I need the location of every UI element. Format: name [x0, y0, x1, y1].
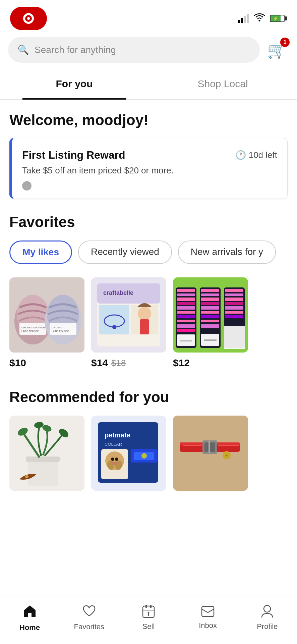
svg-rect-96: [150, 605, 152, 608]
svg-rect-95: [145, 605, 147, 608]
svg-rect-62: [28, 459, 58, 486]
wifi-icon: [254, 13, 265, 24]
svg-point-82: [141, 453, 147, 459]
svg-rect-99: [202, 606, 214, 616]
chip-recently-viewed[interactable]: Recently viewed: [78, 240, 172, 264]
nav-inbox[interactable]: Inbox: [188, 605, 228, 630]
recommended-title: Recommended for you: [9, 389, 288, 406]
recommended-product-row: petmate COLLAR: [9, 416, 288, 497]
svg-point-78: [115, 458, 118, 461]
svg-text:CHUNKY GRANDE: CHUNKY GRANDE: [21, 326, 45, 329]
tab-for-you[interactable]: For you: [0, 69, 148, 99]
product-card-1[interactable]: CHUNKY GRANDE LAINE ÉPAISSE CHUNKY LAINE…: [9, 277, 84, 369]
cart-button[interactable]: 🛒 1: [264, 38, 289, 62]
tabs: For you Shop Local: [0, 69, 297, 100]
nav-favorites[interactable]: Favorites: [69, 604, 109, 631]
rec-product-image-1: [9, 416, 84, 491]
home-icon: [23, 603, 37, 621]
svg-rect-29: [177, 293, 195, 296]
svg-point-4: [259, 20, 260, 21]
search-bar[interactable]: 🔍 Search for anything: [8, 37, 260, 63]
svg-rect-44: [201, 302, 219, 305]
svg-rect-38: [177, 334, 195, 346]
chip-new-arrivals[interactable]: New arrivals for y: [178, 240, 276, 264]
svg-rect-35: [177, 320, 195, 322]
app-logo: [10, 7, 47, 30]
svg-text:petmate: petmate: [105, 431, 130, 439]
target-bullseye-icon: [21, 11, 36, 26]
reward-timer: 🕐 10d left: [235, 150, 277, 160]
product-price-1: $10: [9, 357, 84, 369]
svg-rect-57: [225, 306, 243, 310]
rec-product-card-3[interactable]: ★: [173, 416, 248, 495]
svg-rect-43: [201, 298, 219, 301]
nav-home[interactable]: Home: [10, 603, 50, 632]
svg-rect-53: [225, 289, 243, 292]
svg-rect-31: [177, 302, 195, 305]
product-orig-price-2: $18: [111, 358, 126, 368]
rec-product-image-2: petmate COLLAR: [91, 416, 166, 491]
svg-text:craftabelle: craftabelle: [103, 289, 133, 296]
svg-rect-46: [201, 311, 219, 314]
product-image-3: [173, 277, 248, 353]
svg-rect-25: [140, 319, 149, 334]
nav-inbox-label: Inbox: [199, 621, 217, 630]
svg-rect-51: [204, 339, 217, 341]
svg-text:★: ★: [225, 454, 228, 458]
nav-home-label: Home: [19, 623, 40, 632]
svg-point-77: [111, 458, 114, 461]
status-bar: ⚡: [0, 0, 297, 34]
svg-rect-49: [201, 324, 219, 328]
product-image-2: craftabelle: [91, 277, 166, 353]
rec-product-image-3: ★: [173, 416, 248, 491]
tab-shop-local[interactable]: Shop Local: [148, 69, 297, 99]
svg-rect-41: [201, 289, 219, 292]
product-price-2: $14 $18: [91, 357, 166, 369]
rec-product-card-2[interactable]: petmate COLLAR: [91, 416, 166, 495]
sell-icon: [141, 604, 156, 620]
svg-rect-39: [180, 340, 192, 341]
svg-rect-54: [225, 293, 243, 296]
svg-text:LAINE ÉPAISSE: LAINE ÉPAISSE: [52, 330, 69, 332]
reward-dot: [22, 181, 32, 191]
svg-text:CHUNKY: CHUNKY: [52, 326, 63, 329]
signal-icon: [238, 14, 249, 23]
nav-profile[interactable]: Profile: [247, 604, 287, 631]
heart-icon: [82, 604, 96, 621]
product-card-3[interactable]: $12: [173, 277, 248, 369]
search-row: 🔍 Search for anything 🛒 1: [0, 34, 297, 69]
reward-card[interactable]: First Listing Reward 🕐 10d left Take $5 …: [9, 138, 288, 199]
svg-rect-47: [201, 315, 219, 318]
search-icon: 🔍: [17, 44, 29, 55]
search-placeholder-text: Search for anything: [35, 45, 116, 55]
svg-point-24: [138, 307, 151, 320]
cart-badge: 1: [280, 38, 290, 47]
nav-favorites-label: Favorites: [74, 623, 104, 631]
product-price-3: $12: [173, 357, 248, 369]
svg-rect-42: [201, 293, 219, 296]
svg-point-68: [25, 475, 28, 478]
svg-text:COLLAR: COLLAR: [105, 442, 122, 447]
chip-my-likes[interactable]: My likes: [9, 240, 72, 264]
svg-point-22: [112, 325, 116, 329]
favorites-title: Favorites: [9, 214, 288, 230]
svg-rect-32: [177, 306, 195, 310]
svg-rect-48: [201, 320, 219, 322]
svg-rect-60: [224, 326, 245, 349]
battery-icon: ⚡: [270, 15, 287, 22]
rec-product-card-1[interactable]: [9, 416, 84, 495]
reward-description: Take $5 off an item priced $20 or more.: [22, 165, 277, 176]
product-card-2[interactable]: craftabelle $14 $18: [91, 277, 166, 369]
svg-rect-45: [201, 306, 219, 310]
product-image-1: CHUNKY GRANDE LAINE ÉPAISSE CHUNKY LAINE…: [9, 277, 84, 353]
nav-profile-label: Profile: [257, 622, 278, 631]
svg-rect-36: [177, 324, 195, 328]
svg-rect-33: [177, 311, 195, 314]
svg-rect-63: [26, 457, 60, 462]
svg-rect-55: [225, 298, 243, 301]
main-content: Welcome, moodjoy! First Listing Reward 🕐…: [0, 112, 297, 564]
profile-icon: [260, 604, 274, 620]
recommended-section: Recommended for you: [9, 389, 288, 497]
nav-sell[interactable]: Sell: [128, 604, 169, 631]
svg-rect-34: [177, 315, 195, 318]
